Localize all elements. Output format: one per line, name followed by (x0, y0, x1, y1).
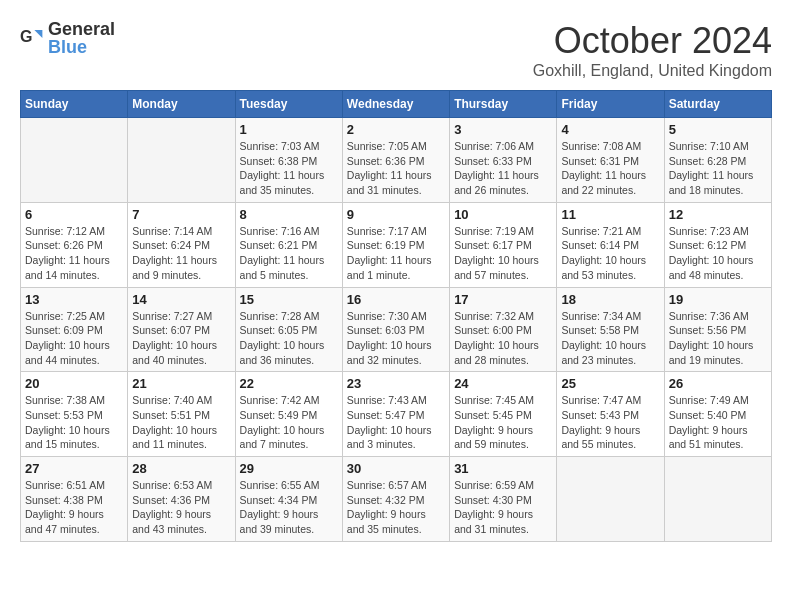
day-info: Sunrise: 7:06 AM Sunset: 6:33 PM Dayligh… (454, 139, 552, 198)
calendar-cell: 16Sunrise: 7:30 AM Sunset: 6:03 PM Dayli… (342, 287, 449, 372)
day-info: Sunrise: 7:49 AM Sunset: 5:40 PM Dayligh… (669, 393, 767, 452)
day-info: Sunrise: 7:47 AM Sunset: 5:43 PM Dayligh… (561, 393, 659, 452)
day-number: 18 (561, 292, 659, 307)
day-number: 31 (454, 461, 552, 476)
day-info: Sunrise: 7:23 AM Sunset: 6:12 PM Dayligh… (669, 224, 767, 283)
calendar-cell: 17Sunrise: 7:32 AM Sunset: 6:00 PM Dayli… (450, 287, 557, 372)
header-tuesday: Tuesday (235, 91, 342, 118)
day-info: Sunrise: 7:45 AM Sunset: 5:45 PM Dayligh… (454, 393, 552, 452)
day-info: Sunrise: 6:55 AM Sunset: 4:34 PM Dayligh… (240, 478, 338, 537)
day-number: 7 (132, 207, 230, 222)
day-info: Sunrise: 6:51 AM Sunset: 4:38 PM Dayligh… (25, 478, 123, 537)
calendar-cell: 20Sunrise: 7:38 AM Sunset: 5:53 PM Dayli… (21, 372, 128, 457)
calendar-cell: 24Sunrise: 7:45 AM Sunset: 5:45 PM Dayli… (450, 372, 557, 457)
calendar-cell: 8Sunrise: 7:16 AM Sunset: 6:21 PM Daylig… (235, 202, 342, 287)
day-info: Sunrise: 7:10 AM Sunset: 6:28 PM Dayligh… (669, 139, 767, 198)
header-sunday: Sunday (21, 91, 128, 118)
day-info: Sunrise: 7:17 AM Sunset: 6:19 PM Dayligh… (347, 224, 445, 283)
calendar-cell: 4Sunrise: 7:08 AM Sunset: 6:31 PM Daylig… (557, 118, 664, 203)
calendar-cell: 21Sunrise: 7:40 AM Sunset: 5:51 PM Dayli… (128, 372, 235, 457)
calendar-cell: 28Sunrise: 6:53 AM Sunset: 4:36 PM Dayli… (128, 457, 235, 542)
calendar-cell: 7Sunrise: 7:14 AM Sunset: 6:24 PM Daylig… (128, 202, 235, 287)
day-info: Sunrise: 7:19 AM Sunset: 6:17 PM Dayligh… (454, 224, 552, 283)
day-number: 22 (240, 376, 338, 391)
calendar-cell: 15Sunrise: 7:28 AM Sunset: 6:05 PM Dayli… (235, 287, 342, 372)
calendar-cell: 25Sunrise: 7:47 AM Sunset: 5:43 PM Dayli… (557, 372, 664, 457)
calendar-body: 1Sunrise: 7:03 AM Sunset: 6:38 PM Daylig… (21, 118, 772, 542)
logo: G General Blue (20, 20, 115, 56)
day-info: Sunrise: 7:05 AM Sunset: 6:36 PM Dayligh… (347, 139, 445, 198)
day-info: Sunrise: 7:40 AM Sunset: 5:51 PM Dayligh… (132, 393, 230, 452)
day-number: 19 (669, 292, 767, 307)
calendar-cell (128, 118, 235, 203)
logo-icon: G (20, 26, 44, 50)
calendar-cell: 31Sunrise: 6:59 AM Sunset: 4:30 PM Dayli… (450, 457, 557, 542)
calendar-cell: 6Sunrise: 7:12 AM Sunset: 6:26 PM Daylig… (21, 202, 128, 287)
calendar-cell (664, 457, 771, 542)
day-number: 27 (25, 461, 123, 476)
day-number: 20 (25, 376, 123, 391)
calendar-week-4: 27Sunrise: 6:51 AM Sunset: 4:38 PM Dayli… (21, 457, 772, 542)
calendar-cell: 5Sunrise: 7:10 AM Sunset: 6:28 PM Daylig… (664, 118, 771, 203)
day-number: 9 (347, 207, 445, 222)
svg-text:G: G (20, 28, 32, 45)
calendar-cell: 3Sunrise: 7:06 AM Sunset: 6:33 PM Daylig… (450, 118, 557, 203)
day-info: Sunrise: 7:30 AM Sunset: 6:03 PM Dayligh… (347, 309, 445, 368)
logo-blue: Blue (48, 38, 115, 56)
day-info: Sunrise: 6:57 AM Sunset: 4:32 PM Dayligh… (347, 478, 445, 537)
calendar-table: Sunday Monday Tuesday Wednesday Thursday… (20, 90, 772, 542)
header-monday: Monday (128, 91, 235, 118)
calendar-cell: 10Sunrise: 7:19 AM Sunset: 6:17 PM Dayli… (450, 202, 557, 287)
day-number: 1 (240, 122, 338, 137)
calendar-week-2: 13Sunrise: 7:25 AM Sunset: 6:09 PM Dayli… (21, 287, 772, 372)
calendar-cell: 27Sunrise: 6:51 AM Sunset: 4:38 PM Dayli… (21, 457, 128, 542)
calendar-cell (557, 457, 664, 542)
day-info: Sunrise: 6:59 AM Sunset: 4:30 PM Dayligh… (454, 478, 552, 537)
day-info: Sunrise: 7:08 AM Sunset: 6:31 PM Dayligh… (561, 139, 659, 198)
day-number: 5 (669, 122, 767, 137)
day-info: Sunrise: 6:53 AM Sunset: 4:36 PM Dayligh… (132, 478, 230, 537)
header-row: Sunday Monday Tuesday Wednesday Thursday… (21, 91, 772, 118)
calendar-cell: 23Sunrise: 7:43 AM Sunset: 5:47 PM Dayli… (342, 372, 449, 457)
day-info: Sunrise: 7:25 AM Sunset: 6:09 PM Dayligh… (25, 309, 123, 368)
day-number: 23 (347, 376, 445, 391)
calendar-week-3: 20Sunrise: 7:38 AM Sunset: 5:53 PM Dayli… (21, 372, 772, 457)
day-number: 3 (454, 122, 552, 137)
header-friday: Friday (557, 91, 664, 118)
day-info: Sunrise: 7:27 AM Sunset: 6:07 PM Dayligh… (132, 309, 230, 368)
calendar-cell: 13Sunrise: 7:25 AM Sunset: 6:09 PM Dayli… (21, 287, 128, 372)
calendar-cell: 14Sunrise: 7:27 AM Sunset: 6:07 PM Dayli… (128, 287, 235, 372)
header-thursday: Thursday (450, 91, 557, 118)
day-number: 8 (240, 207, 338, 222)
day-number: 11 (561, 207, 659, 222)
calendar-week-1: 6Sunrise: 7:12 AM Sunset: 6:26 PM Daylig… (21, 202, 772, 287)
calendar-cell: 22Sunrise: 7:42 AM Sunset: 5:49 PM Dayli… (235, 372, 342, 457)
location: Goxhill, England, United Kingdom (533, 62, 772, 80)
day-info: Sunrise: 7:42 AM Sunset: 5:49 PM Dayligh… (240, 393, 338, 452)
day-number: 13 (25, 292, 123, 307)
calendar-cell: 26Sunrise: 7:49 AM Sunset: 5:40 PM Dayli… (664, 372, 771, 457)
day-info: Sunrise: 7:21 AM Sunset: 6:14 PM Dayligh… (561, 224, 659, 283)
day-number: 4 (561, 122, 659, 137)
day-number: 25 (561, 376, 659, 391)
day-info: Sunrise: 7:03 AM Sunset: 6:38 PM Dayligh… (240, 139, 338, 198)
day-number: 29 (240, 461, 338, 476)
calendar-cell (21, 118, 128, 203)
day-info: Sunrise: 7:12 AM Sunset: 6:26 PM Dayligh… (25, 224, 123, 283)
day-number: 6 (25, 207, 123, 222)
page-header: G General Blue October 2024 Goxhill, Eng… (20, 20, 772, 80)
calendar-cell: 29Sunrise: 6:55 AM Sunset: 4:34 PM Dayli… (235, 457, 342, 542)
day-info: Sunrise: 7:34 AM Sunset: 5:58 PM Dayligh… (561, 309, 659, 368)
calendar-cell: 19Sunrise: 7:36 AM Sunset: 5:56 PM Dayli… (664, 287, 771, 372)
day-info: Sunrise: 7:14 AM Sunset: 6:24 PM Dayligh… (132, 224, 230, 283)
logo-text: General Blue (48, 20, 115, 56)
day-number: 21 (132, 376, 230, 391)
day-number: 24 (454, 376, 552, 391)
calendar-cell: 9Sunrise: 7:17 AM Sunset: 6:19 PM Daylig… (342, 202, 449, 287)
day-info: Sunrise: 7:43 AM Sunset: 5:47 PM Dayligh… (347, 393, 445, 452)
calendar-cell: 18Sunrise: 7:34 AM Sunset: 5:58 PM Dayli… (557, 287, 664, 372)
day-number: 12 (669, 207, 767, 222)
day-number: 28 (132, 461, 230, 476)
month-title: October 2024 (533, 20, 772, 62)
logo-general: General (48, 20, 115, 38)
